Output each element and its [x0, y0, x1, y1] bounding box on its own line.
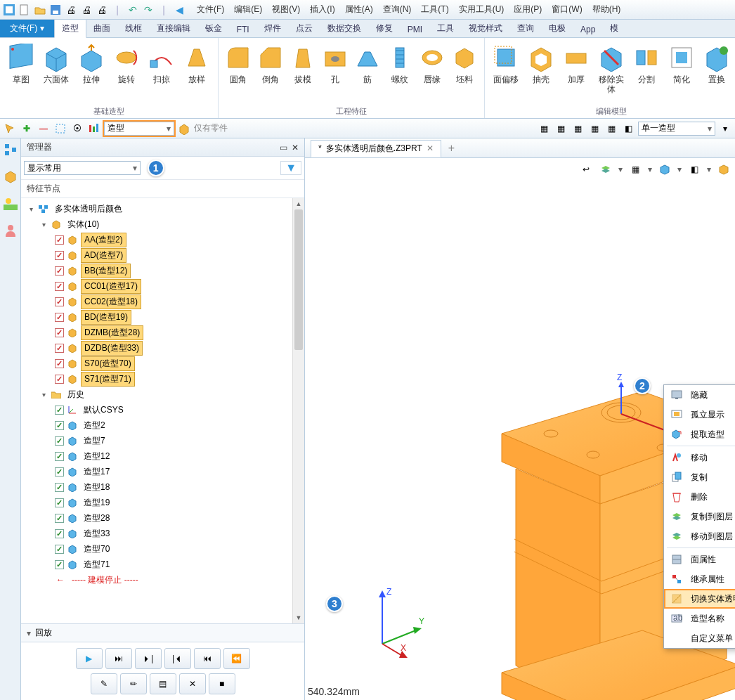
mode-combo[interactable]: 单一造型▾ — [638, 122, 715, 136]
tree-item[interactable]: 造型12 — [81, 450, 112, 463]
checkbox-icon[interactable]: ✓ — [55, 406, 64, 415]
menu-item[interactable]: abc造型名称 — [664, 609, 735, 628]
checkbox-icon[interactable]: ✓ — [55, 235, 64, 245]
checkbox-icon[interactable]: ✓ — [55, 282, 64, 291]
checkbox-icon[interactable]: ✓ — [55, 251, 64, 260]
tree-item[interactable]: 造型7 — [81, 434, 108, 448]
redo-icon[interactable]: ↷ — [142, 4, 155, 16]
bars-icon[interactable] — [87, 122, 101, 136]
tree-item[interactable]: AD(造型7) — [81, 248, 126, 263]
checkbox-icon[interactable]: ✓ — [55, 313, 64, 322]
new-tab-button[interactable]: + — [448, 142, 455, 155]
tree-item[interactable]: 造型19 — [81, 496, 112, 510]
menu-item[interactable]: 孤立显示 — [664, 405, 735, 424]
t5-icon[interactable]: ▦ — [604, 122, 618, 136]
ls-sun-icon[interactable] — [2, 195, 19, 212]
save-icon[interactable] — [49, 4, 62, 16]
btn-remove[interactable]: 移除实体 — [594, 41, 628, 96]
checkbox-icon[interactable]: ✓ — [55, 375, 64, 384]
t2-icon[interactable]: ▦ — [554, 122, 568, 136]
btn-loft[interactable]: 放样 — [180, 41, 214, 86]
btn-extrude[interactable]: 拉伸 — [74, 41, 108, 86]
checkbox-icon[interactable]: ✓ — [55, 514, 64, 523]
checkbox-icon[interactable]: ✓ — [55, 297, 64, 306]
play-button[interactable]: ▶ — [76, 648, 103, 669]
menu-item[interactable]: 自定义菜单 — [664, 628, 735, 648]
menu-app[interactable]: 应用(P) — [509, 2, 546, 17]
filter-icon[interactable]: ▼ — [280, 161, 301, 175]
close-icon[interactable]: ✕ — [292, 143, 299, 153]
checkbox-icon[interactable]: ✓ — [55, 436, 64, 446]
menu-window[interactable]: 窗口(W) — [547, 2, 586, 17]
t6-icon[interactable]: ◧ — [621, 122, 635, 136]
menu-item[interactable]: 继承属性 — [664, 569, 735, 589]
checkbox-icon[interactable]: ✓ — [55, 560, 64, 569]
tab-close-icon[interactable]: ✕ — [427, 143, 434, 153]
t1-icon[interactable]: ▦ — [537, 122, 551, 136]
brush-button[interactable]: ✎ — [91, 673, 117, 694]
menu-item[interactable]: 删除 — [664, 487, 735, 507]
tree-root[interactable]: 多实体透明后颜色 — [52, 202, 125, 216]
checkbox-icon[interactable]: ✓ — [55, 421, 64, 430]
vt-color-icon[interactable]: ◧ — [687, 162, 701, 176]
tree-item[interactable]: 造型17 — [81, 465, 112, 479]
dot-icon[interactable]: ⦿ — [70, 122, 84, 136]
select-icon[interactable] — [53, 122, 67, 136]
tab-surface[interactable]: 曲面 — [86, 20, 118, 37]
tree-history[interactable]: 历史 — [65, 388, 87, 401]
vt-grid-icon[interactable]: ▦ — [628, 162, 642, 176]
file-tab[interactable]: 文件(F) ▾ — [0, 20, 54, 37]
tab-query[interactable]: 查询 — [510, 20, 542, 37]
tab-fti[interactable]: FTI — [230, 22, 257, 37]
tree-item[interactable]: 造型71 — [81, 558, 112, 571]
vt-back-icon[interactable]: ↩ — [579, 162, 593, 176]
menu-insert[interactable]: 插入(I) — [306, 2, 339, 17]
tree-item[interactable]: 造型2 — [81, 419, 108, 432]
tree-scrollbar[interactable]: ▲ ▼ — [292, 198, 304, 623]
checkbox-icon[interactable]: ✓ — [55, 328, 64, 337]
checkbox-icon[interactable]: ✓ — [55, 498, 64, 507]
feature-tree[interactable]: ▾多实体透明后颜色 ▾实体(10) ✓AA(造型2)✓AD(造型7)✓BB(造型… — [21, 198, 304, 623]
t7-icon[interactable]: ▾ — [718, 122, 732, 136]
btn-simplify[interactable]: 简化 — [665, 41, 698, 96]
menu-query[interactable]: 查询(N) — [379, 2, 416, 17]
checkbox-icon[interactable]: ✓ — [55, 545, 64, 554]
tab-point[interactable]: 点云 — [289, 20, 320, 37]
tab-data[interactable]: 数据交换 — [320, 20, 369, 37]
tree-item[interactable]: 造型33 — [81, 527, 112, 540]
ls-user-icon[interactable] — [2, 221, 19, 238]
tree-item[interactable]: 造型70 — [81, 543, 112, 556]
display-combo[interactable]: 显示常用▾ — [24, 161, 141, 175]
stop-button[interactable]: ■ — [209, 673, 235, 694]
scroll-thumb[interactable] — [294, 209, 303, 350]
btn-thicken[interactable]: 加厚 — [559, 41, 593, 96]
menu-view[interactable]: 视图(V) — [268, 2, 304, 17]
ls-box-icon[interactable] — [2, 168, 19, 185]
rewind-button[interactable]: ⏪ — [223, 648, 250, 669]
checkbox-icon[interactable]: ✓ — [55, 452, 64, 461]
tab-wire[interactable]: 线框 — [118, 20, 150, 37]
menu-item[interactable]: 复制到图层 — [664, 507, 735, 526]
vt-box-icon[interactable] — [658, 162, 672, 176]
tree-item[interactable]: BB(造型12) — [81, 264, 131, 278]
tab-mold[interactable]: 模 — [603, 20, 626, 37]
btn-draft[interactable]: 拔模 — [287, 41, 318, 86]
btn-rib[interactable]: 筋 — [352, 41, 383, 86]
print3-icon[interactable]: 🖨 — [96, 4, 108, 16]
next-button[interactable]: ⏭ — [105, 648, 132, 669]
tab-sheet[interactable]: 钣金 — [198, 20, 230, 37]
menu-item[interactable]: 隐藏 — [664, 385, 735, 405]
tab-tool[interactable]: 工具 — [430, 20, 462, 37]
tree-item[interactable]: CC01(造型17) — [81, 279, 141, 294]
viewport[interactable]: * 多实体透明后颜色.Z3PRT ✕ + ↩ ▾ ▦▾ ▾ ◧▾ — [305, 138, 735, 700]
menu-item[interactable]: 切换实体透明度 — [664, 589, 735, 609]
part-icon[interactable] — [177, 122, 191, 136]
menu-item[interactable]: 复制 — [664, 467, 735, 487]
btn-sweep[interactable]: 扫掠 — [145, 41, 178, 86]
menu-item[interactable]: 移动 — [664, 448, 735, 467]
tree-item[interactable]: 造型18 — [81, 481, 112, 494]
tree-item[interactable]: AA(造型2) — [81, 233, 126, 247]
playback-header[interactable]: ▾回放 — [21, 623, 304, 642]
checkbox-icon[interactable]: ✓ — [55, 359, 64, 368]
menu-item[interactable]: 移动到图层 — [664, 526, 735, 546]
